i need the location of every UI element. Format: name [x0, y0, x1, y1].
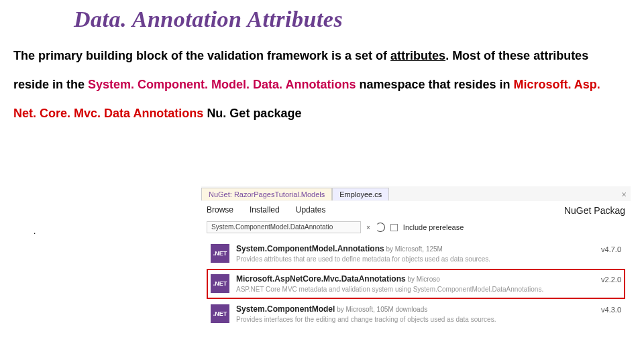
result-meta: System.ComponentModel by Microsoft, 105M… — [236, 304, 594, 324]
result-name: Microsoft.AspNetCore.Mvc.DataAnnotations — [236, 274, 406, 284]
search-input[interactable]: System.ComponentModel.DataAnnotatio — [207, 221, 361, 233]
period-mark: . — [34, 227, 36, 236]
result-version: v2.2.0 — [601, 274, 621, 284]
result-description: ASP.NET Core MVC metadata and validation… — [236, 285, 594, 294]
result-meta: Microsoft.AspNetCore.Mvc.DataAnnotations… — [236, 274, 594, 294]
clear-search-icon[interactable]: × — [366, 224, 370, 231]
refresh-icon[interactable] — [376, 223, 385, 232]
slide-title: Data. Annotation Attributes — [13, 0, 631, 42]
nuget-tabbar: NuGet: RazorPagesTutorial.Models Employe… — [201, 186, 631, 201]
nuget-result-item[interactable]: .NETSystem.ComponentModel.Annotations by… — [207, 239, 625, 269]
result-byline: by Microsoft, 125M — [384, 245, 443, 253]
tab-nuget-models[interactable]: NuGet: RazorPagesTutorial.Models — [201, 188, 332, 200]
body-frag-2c: Nu. Get package — [207, 107, 301, 120]
nav-updates[interactable]: Updates — [296, 205, 326, 216]
nuget-search-row: System.ComponentModel.DataAnnotatio × In… — [201, 219, 631, 239]
nuget-panel: NuGet: RazorPagesTutorial.Models Employe… — [201, 186, 631, 329]
namespace-text: System. Component. Model. Data. Annotati… — [88, 78, 356, 91]
tab-employee-cs[interactable]: Employee.cs — [332, 188, 389, 200]
nav-installed[interactable]: Installed — [250, 205, 280, 216]
nuget-result-item[interactable]: .NETSystem.ComponentModel by Microsoft, … — [207, 299, 625, 329]
nav-browse[interactable]: Browse — [207, 205, 233, 216]
tab-close-icon[interactable]: ⨯ — [617, 190, 631, 198]
nuget-brand-label: NuGet Packag — [564, 205, 625, 216]
prerelease-checkbox[interactable] — [390, 224, 398, 231]
result-meta: System.ComponentModel.Annotations by Mic… — [236, 244, 594, 263]
net-badge-icon: .NET — [211, 304, 229, 323]
prerelease-label: Include prerelease — [403, 223, 464, 231]
net-badge-icon: .NET — [211, 274, 229, 293]
result-description: Provides interfaces for the editing and … — [236, 315, 594, 324]
nuget-nav: Browse Installed Updates NuGet Packag — [201, 201, 631, 219]
result-version: v4.3.0 — [601, 304, 621, 314]
nuget-results-list: .NETSystem.ComponentModel.Annotations by… — [201, 239, 631, 329]
net-badge-icon: .NET — [211, 244, 229, 263]
result-byline: by Microsoft, 105M downloads — [335, 306, 427, 313]
nuget-result-item[interactable]: .NETMicrosoft.AspNetCore.Mvc.DataAnnotat… — [207, 269, 625, 299]
body-frag-2b: namespace that resides in — [356, 78, 513, 91]
body-underline-attributes: attributes — [390, 49, 445, 62]
slide-body: The primary building block of the valida… — [13, 42, 631, 129]
result-byline: by Microso — [406, 276, 440, 283]
result-version: v4.7.0 — [601, 244, 621, 253]
result-name: System.ComponentModel.Annotations — [236, 244, 384, 253]
body-frag-1: The primary building block of the valida… — [13, 49, 390, 62]
result-name: System.ComponentModel — [236, 304, 335, 314]
result-description: Provides attributes that are used to def… — [236, 255, 594, 263]
